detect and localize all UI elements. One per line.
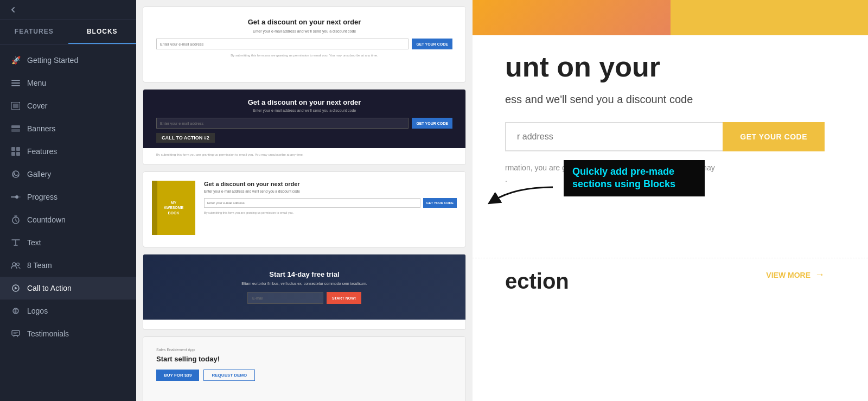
- cta-get-code-button[interactable]: GET YOUR CODE: [723, 122, 825, 151]
- block-4-button[interactable]: START NOW!: [327, 292, 361, 304]
- svg-point-12: [14, 173, 15, 174]
- sidebar-item-countdown[interactable]: Countdown: [0, 208, 136, 231]
- block-5-tag: Sales Enablement App: [156, 348, 452, 352]
- sidebar-nav: 🚀 Getting Started Menu Cover: [0, 44, 136, 401]
- arrow-graphic: [473, 176, 558, 209]
- cta-icon: [11, 283, 21, 293]
- back-button[interactable]: [0, 0, 136, 20]
- cta-input-row: GET YOUR CODE: [505, 122, 825, 151]
- block-1-fine-print: By submitting this form you are granting…: [156, 54, 452, 58]
- block-3-subtitle: Enter your e-mail address and we'll send…: [204, 189, 457, 194]
- block-card-3[interactable]: MY AWESOME BOOK Get a discount on your n…: [143, 171, 466, 247]
- svg-rect-9: [11, 152, 15, 156]
- sidebar-item-text[interactable]: Text: [0, 231, 136, 254]
- top-strip: [473, 0, 868, 35]
- countdown-icon: [11, 215, 21, 225]
- progress-icon: [11, 192, 21, 202]
- sidebar-item-progress[interactable]: Progress: [0, 186, 136, 208]
- block-5-title: Start selling today!: [156, 355, 452, 363]
- features-icon: [11, 147, 21, 156]
- bottom-title: ection: [505, 269, 569, 294]
- sidebar: FEATURES BLOCKS 🚀 Getting Started Menu: [0, 0, 136, 401]
- svg-rect-0: [11, 80, 20, 81]
- tab-features[interactable]: FEATURES: [0, 20, 68, 44]
- sidebar-tabs: FEATURES BLOCKS: [0, 20, 136, 44]
- top-strip-orange: [473, 0, 671, 35]
- logos-icon: [11, 306, 21, 316]
- main-content: unt on your ess and we'll send you a dis…: [473, 0, 868, 401]
- svg-point-11: [12, 171, 19, 177]
- book-line3: BOOK: [164, 211, 184, 215]
- sidebar-item-getting-started[interactable]: 🚀 Getting Started: [0, 49, 136, 72]
- block-2-label: CALL TO ACTION #2: [156, 133, 215, 143]
- block-card-1[interactable]: Get a discount on your next order Enter …: [143, 7, 466, 82]
- sidebar-item-call-to-action[interactable]: Call to Action: [0, 277, 136, 300]
- cta-description: ess and we'll send you a discount code: [505, 93, 825, 106]
- sidebar-item-cover[interactable]: Cover: [0, 94, 136, 117]
- svg-rect-1: [11, 82, 20, 84]
- tooltip-box: Quickly add pre-made sections using Bloc…: [564, 160, 705, 196]
- text-icon: [11, 238, 21, 247]
- block-1-button[interactable]: GET YOUR CODE: [412, 39, 452, 49]
- block-card-5[interactable]: Sales Enablement App Start selling today…: [143, 336, 466, 401]
- block-card-2[interactable]: Get a discount on your next order Enter …: [143, 89, 466, 165]
- block-5-buy-button[interactable]: BUY FOR $39: [156, 370, 199, 381]
- sidebar-item-banners[interactable]: Banners: [0, 117, 136, 140]
- team-icon: [11, 260, 21, 270]
- svg-rect-2: [11, 85, 20, 86]
- menu-icon: [11, 78, 21, 88]
- book-line2: AWESOME: [164, 205, 184, 210]
- back-icon: [9, 5, 17, 14]
- sidebar-item-team[interactable]: 8 Team: [0, 254, 136, 277]
- arrow-right-icon: →: [815, 269, 825, 281]
- block-3-button[interactable]: GET YOUR CODE: [423, 198, 457, 208]
- sidebar-item-menu[interactable]: Menu: [0, 72, 136, 94]
- block-1-title: Get a discount on your next order: [156, 18, 452, 26]
- block-2-button[interactable]: GET YOUR CODE: [412, 118, 452, 129]
- view-more-link[interactable]: VIEW MORE →: [766, 269, 825, 281]
- block-2-fine-print: By submitting this form you are granting…: [156, 152, 452, 157]
- sidebar-item-testimonials[interactable]: Testimonials: [0, 322, 136, 345]
- book-line1: MY: [164, 200, 184, 205]
- block-4-subtitle: Etiam eu tortor finibus, vel luctus ex, …: [241, 282, 367, 285]
- svg-rect-6: [11, 129, 20, 132]
- svg-point-15: [15, 195, 18, 199]
- svg-rect-4: [13, 104, 18, 108]
- gallery-icon: [11, 169, 21, 179]
- tooltip-overlay: Quickly add pre-made sections using Bloc…: [564, 160, 705, 196]
- block-3-title: Get a discount on your next order: [204, 181, 457, 187]
- svg-rect-10: [16, 152, 20, 156]
- block-5-demo-button[interactable]: REQUEST DEMO: [203, 370, 255, 381]
- sidebar-item-gallery[interactable]: Gallery: [0, 163, 136, 186]
- cover-icon: [11, 101, 21, 111]
- tooltip-text: Quickly add pre-made sections using Bloc…: [572, 166, 696, 191]
- block-3-fine-print: By submitting this form you are granting…: [204, 211, 457, 215]
- top-strip-yellow: [671, 0, 869, 35]
- block-4-input[interactable]: [247, 292, 323, 304]
- block-4-title: Start 14-day free trial: [269, 270, 339, 278]
- sidebar-item-features[interactable]: Features: [0, 140, 136, 163]
- banners-icon: [11, 124, 21, 133]
- svg-rect-8: [16, 147, 20, 151]
- tab-blocks[interactable]: BLOCKS: [68, 20, 137, 44]
- block-3-book: MY AWESOME BOOK: [152, 181, 195, 235]
- cta-section: unt on your ess and we'll send you a dis…: [473, 35, 868, 252]
- sidebar-item-logos[interactable]: Logos: [0, 300, 136, 322]
- block-2-title: Get a discount on your next order: [156, 98, 452, 106]
- block-2-subtitle: Enter your e-mail address and we'll send…: [156, 109, 452, 112]
- blocks-panel: Get a discount on your next order Enter …: [136, 0, 473, 401]
- svg-rect-7: [11, 147, 15, 151]
- cta-big-title: unt on your: [505, 52, 825, 82]
- block-2-input[interactable]: [156, 118, 409, 129]
- svg-point-18: [17, 263, 20, 266]
- block-1-subtitle: Enter your e-mail address and we'll send…: [156, 29, 452, 33]
- rocket-icon: 🚀: [11, 55, 21, 65]
- block-3-input[interactable]: [204, 198, 420, 208]
- bottom-section: ection VIEW MORE →: [473, 258, 868, 304]
- cta-email-input[interactable]: [505, 122, 723, 151]
- block-1-input[interactable]: [156, 39, 409, 49]
- svg-rect-5: [11, 125, 20, 128]
- svg-point-17: [12, 263, 16, 266]
- block-card-4[interactable]: Start 14-day free trial Etiam eu tortor …: [143, 254, 466, 330]
- testimonials-icon: [11, 329, 21, 339]
